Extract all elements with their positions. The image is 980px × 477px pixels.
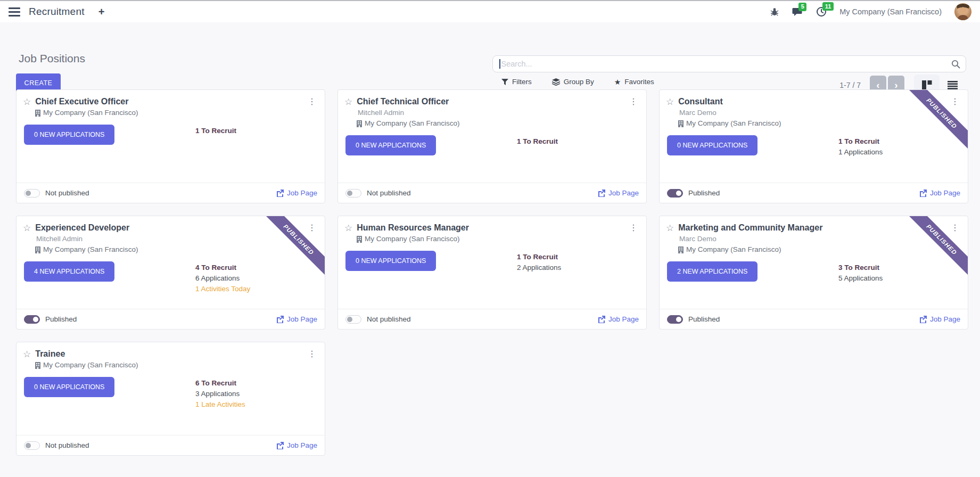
favorite-star-icon[interactable]: ☆ <box>666 97 674 106</box>
job-page-link[interactable]: Job Page <box>919 189 960 197</box>
to-recruit-stat[interactable]: 4 To Recruit <box>195 262 250 273</box>
new-applications-button[interactable]: 0 NEW APPLICATIONS <box>667 135 757 155</box>
job-title[interactable]: Consultant <box>678 97 723 106</box>
job-page-link[interactable]: Job Page <box>276 315 317 323</box>
publish-toggle[interactable] <box>345 315 361 324</box>
company-name: My Company (San Francisco) <box>365 234 460 244</box>
activities-menu[interactable]: 11 <box>816 6 827 17</box>
job-position-card[interactable]: PUBLISHED ☆ Experienced Developer ⋮ Mitc… <box>16 216 325 330</box>
publish-toggle[interactable] <box>667 315 683 324</box>
manager-name: Mitchell Admin <box>338 108 646 118</box>
card-stats: 1 To Recruit 1 Applications <box>838 136 883 158</box>
company-line: My Company (San Francisco) <box>338 118 646 129</box>
job-page-link[interactable]: Job Page <box>598 315 639 323</box>
publish-status-label: Not published <box>367 189 411 197</box>
applications-stat[interactable]: 2 Applications <box>517 262 561 273</box>
job-page-label: Job Page <box>930 315 960 323</box>
kebab-menu-icon[interactable]: ⋮ <box>628 224 639 232</box>
debug-bug-icon[interactable] <box>770 7 779 17</box>
publish-toggle[interactable] <box>24 315 40 324</box>
company-name: My Company (San Francisco) <box>686 244 781 255</box>
kebab-menu-icon[interactable]: ⋮ <box>307 97 317 106</box>
new-applications-button[interactable]: 0 NEW APPLICATIONS <box>24 377 114 397</box>
favorites-button[interactable]: ★ Favorites <box>614 78 654 86</box>
favorite-star-icon[interactable]: ☆ <box>23 350 31 359</box>
kebab-menu-icon[interactable]: ⋮ <box>950 97 960 106</box>
activity-stat[interactable]: 1 Late Activities <box>195 399 245 410</box>
job-position-card[interactable]: ☆ Human Resources Manager ⋮ My Company (… <box>337 216 647 330</box>
search-icon[interactable] <box>951 60 960 69</box>
to-recruit-stat[interactable]: 1 To Recruit <box>517 136 558 147</box>
job-page-link[interactable]: Job Page <box>919 315 960 323</box>
company-user-menu[interactable]: My Company (San Francisco) <box>839 7 942 16</box>
page-title: Job Positions <box>19 52 85 65</box>
publish-toggle[interactable] <box>667 189 683 198</box>
job-title[interactable]: Chief Technical Officer <box>357 97 449 106</box>
applications-stat[interactable]: 5 Applications <box>838 273 883 284</box>
list-view-icon <box>948 81 958 89</box>
favorite-star-icon[interactable]: ☆ <box>23 97 31 106</box>
card-footer: Not published Job Page <box>17 183 325 203</box>
job-position-card[interactable]: ☆ Chief Executive Officer ⋮ My Company (… <box>16 89 325 203</box>
job-position-card[interactable]: ☆ Chief Technical Officer ⋮ Mitchell Adm… <box>337 89 647 203</box>
to-recruit-stat[interactable]: 1 To Recruit <box>838 136 883 147</box>
job-title[interactable]: Chief Executive Officer <box>35 97 128 106</box>
kebab-menu-icon[interactable]: ⋮ <box>950 224 960 232</box>
new-applications-button[interactable]: 0 NEW APPLICATIONS <box>345 251 436 271</box>
publish-toggle[interactable] <box>24 189 40 198</box>
job-title[interactable]: Marketing and Community Manager <box>678 223 822 233</box>
job-title[interactable]: Human Resources Manager <box>357 223 469 233</box>
messages-menu[interactable]: 5 <box>792 7 803 17</box>
external-link-icon <box>598 316 605 323</box>
kebab-menu-icon[interactable]: ⋮ <box>628 97 639 106</box>
kebab-menu-icon[interactable]: ⋮ <box>307 350 317 358</box>
job-title[interactable]: Trainee <box>35 349 65 359</box>
favorite-star-icon[interactable]: ☆ <box>666 224 674 233</box>
card-stats: 1 To Recruit 2 Applications <box>517 252 561 273</box>
apps-menu-icon[interactable] <box>9 7 20 17</box>
new-applications-button[interactable]: 0 NEW APPLICATIONS <box>24 125 114 145</box>
favorite-star-icon[interactable]: ☆ <box>344 97 352 106</box>
toggle-knob <box>33 317 38 322</box>
company-line: My Company (San Francisco) <box>17 244 325 255</box>
job-title[interactable]: Experienced Developer <box>35 223 129 233</box>
company-name: My Company (San Francisco) <box>365 118 460 129</box>
app-title[interactable]: Recruitment <box>29 6 85 18</box>
activities-count-badge: 11 <box>822 2 834 11</box>
search-box[interactable] <box>492 55 966 72</box>
job-page-label: Job Page <box>287 441 317 449</box>
favorite-star-icon[interactable]: ☆ <box>23 224 31 233</box>
job-page-label: Job Page <box>287 189 317 197</box>
publish-toggle[interactable] <box>24 441 40 450</box>
kebab-menu-icon[interactable]: ⋮ <box>307 224 317 232</box>
kanban-grid: ☆ Chief Executive Officer ⋮ My Company (… <box>0 89 980 456</box>
publish-toggle[interactable] <box>345 189 361 198</box>
filters-button[interactable]: Filters <box>501 78 532 86</box>
applications-stat[interactable]: 1 Applications <box>838 147 883 158</box>
card-stats: 3 To Recruit 5 Applications <box>838 262 883 284</box>
new-tab-icon[interactable]: + <box>98 6 105 17</box>
job-page-link[interactable]: Job Page <box>276 441 317 449</box>
to-recruit-stat[interactable]: 1 To Recruit <box>517 252 561 262</box>
card-stats: 1 To Recruit <box>517 136 558 147</box>
job-position-card[interactable]: ☆ Trainee ⋮ My Company (San Francisco) 0… <box>16 342 325 456</box>
group-by-button[interactable]: Group By <box>552 78 594 86</box>
to-recruit-stat[interactable]: 1 To Recruit <box>195 126 236 136</box>
new-applications-button[interactable]: 0 NEW APPLICATIONS <box>345 135 436 155</box>
new-applications-button[interactable]: 2 NEW APPLICATIONS <box>667 261 757 282</box>
applications-stat[interactable]: 6 Applications <box>195 273 250 284</box>
top-navbar: Recruitment + 5 11 My Company (San Franc… <box>0 0 980 22</box>
star-filled-icon: ★ <box>614 78 621 86</box>
to-recruit-stat[interactable]: 6 To Recruit <box>195 378 245 389</box>
job-position-card[interactable]: PUBLISHED ☆ Marketing and Community Mana… <box>659 216 968 330</box>
to-recruit-stat[interactable]: 3 To Recruit <box>838 262 883 273</box>
new-applications-button[interactable]: 4 NEW APPLICATIONS <box>24 261 114 282</box>
job-page-link[interactable]: Job Page <box>598 189 639 197</box>
job-position-card[interactable]: PUBLISHED ☆ Consultant ⋮ Marc Demo My Co… <box>659 89 968 203</box>
search-input[interactable] <box>501 60 952 68</box>
favorite-star-icon[interactable]: ☆ <box>344 224 352 233</box>
user-avatar[interactable] <box>954 3 971 20</box>
applications-stat[interactable]: 3 Applications <box>195 389 245 399</box>
job-page-link[interactable]: Job Page <box>276 189 317 197</box>
activity-stat[interactable]: 1 Activities Today <box>195 284 250 294</box>
